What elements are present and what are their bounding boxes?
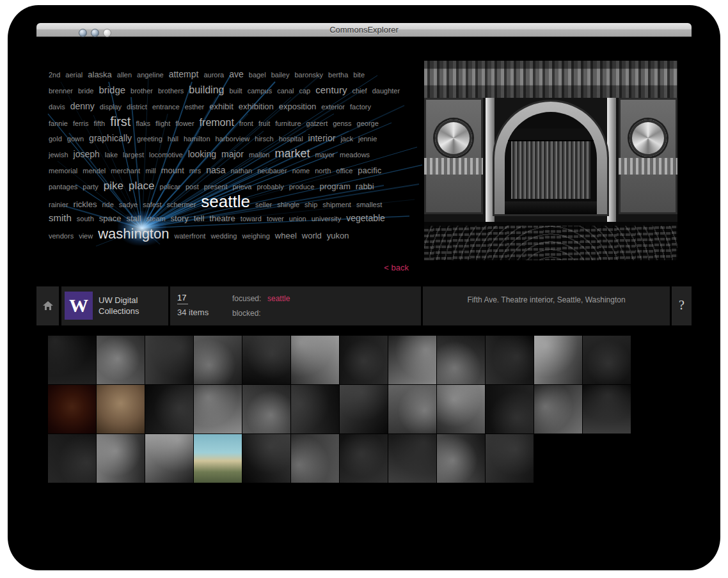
thumbnail-smith-tower-postcard[interactable] bbox=[194, 434, 242, 483]
cloud-word-smith[interactable]: smith bbox=[49, 210, 72, 226]
cloud-word-tell[interactable]: tell bbox=[194, 210, 205, 226]
cloud-word-locomotive[interactable]: locomotive bbox=[149, 147, 183, 163]
cloud-word-world[interactable]: world bbox=[302, 228, 322, 244]
cloud-word-hospital[interactable]: hospital bbox=[279, 131, 303, 147]
cloud-word-seattle[interactable]: seattle bbox=[201, 194, 250, 210]
cloud-word-wheel[interactable]: wheel bbox=[275, 228, 297, 244]
thumbnail-theatre-hall[interactable] bbox=[97, 434, 145, 483]
cloud-word-meadows[interactable]: meadows bbox=[340, 147, 370, 163]
cloud-word-hamilton[interactable]: hamilton bbox=[184, 131, 210, 147]
cloud-word-mill[interactable]: mill bbox=[145, 163, 156, 179]
cloud-word-nome[interactable]: nome bbox=[292, 163, 310, 179]
cloud-word-brother[interactable]: brother bbox=[131, 83, 153, 99]
cloud-word-major[interactable]: major bbox=[221, 146, 244, 162]
cloud-word-jennie[interactable]: jennie bbox=[358, 131, 377, 147]
cloud-word-brenner[interactable]: brenner bbox=[49, 83, 73, 99]
thumbnail-flower-girls[interactable] bbox=[437, 385, 485, 434]
cloud-word-baronsky[interactable]: baronsky bbox=[294, 67, 323, 83]
cloud-word-2nd[interactable]: 2nd bbox=[49, 67, 60, 83]
cloud-word-north[interactable]: north bbox=[315, 163, 331, 179]
cloud-word-jewish[interactable]: jewish bbox=[49, 147, 68, 163]
cloud-word-harborview[interactable]: harborview bbox=[216, 131, 250, 147]
cloud-word-waterfront[interactable]: waterfront bbox=[174, 228, 205, 244]
cloud-word-bertha[interactable]: bertha bbox=[328, 67, 348, 83]
thumbnail-shop-woman[interactable] bbox=[437, 434, 485, 483]
cloud-word-fremont[interactable]: fremont bbox=[200, 114, 234, 130]
thumbnail-top-hat-man[interactable] bbox=[145, 385, 193, 434]
cloud-word-market[interactable]: market bbox=[274, 146, 310, 162]
cloud-word-largest[interactable]: largest bbox=[123, 147, 144, 163]
thumbnail-wood-house[interactable] bbox=[388, 336, 436, 384]
cloud-word-vendors[interactable]: vendors bbox=[49, 228, 74, 244]
cloud-word-denny[interactable]: denny bbox=[70, 98, 95, 114]
thumbnail-pavilion-crowd[interactable] bbox=[194, 336, 242, 384]
cloud-word-greeting[interactable]: greeting bbox=[137, 131, 162, 147]
cloud-word-stall[interactable]: stall bbox=[126, 210, 141, 226]
cloud-word-policar[interactable]: policar bbox=[160, 179, 180, 195]
cloud-word-factory[interactable]: factory bbox=[350, 99, 371, 115]
cloud-word-exhibition[interactable]: exhibition bbox=[239, 98, 274, 114]
cloud-word-interior[interactable]: interior bbox=[308, 130, 336, 146]
cloud-word-century[interactable]: century bbox=[315, 82, 347, 98]
thumbnail-street-corner[interactable] bbox=[145, 434, 193, 483]
cloud-word-washington[interactable]: washington bbox=[98, 226, 169, 242]
cloud-word-district[interactable]: district bbox=[127, 99, 147, 115]
thumbnail-dresser-parlor[interactable] bbox=[48, 336, 96, 384]
back-link[interactable]: < back bbox=[355, 263, 409, 272]
cloud-word-nathan[interactable]: nathan bbox=[231, 163, 253, 179]
thumbnail-townsite-sign[interactable] bbox=[291, 336, 339, 384]
cloud-word-bagel[interactable]: bagel bbox=[249, 67, 266, 83]
cloud-word-weighing[interactable]: weighing bbox=[242, 228, 269, 244]
cloud-word-jack[interactable]: jack bbox=[340, 131, 353, 147]
cloud-word-brothers[interactable]: brothers bbox=[158, 83, 184, 99]
thumbnail-woman-shawl[interactable] bbox=[97, 385, 145, 434]
cloud-word-built[interactable]: built bbox=[229, 83, 242, 99]
cloud-word-south[interactable]: south bbox=[77, 211, 94, 227]
cloud-word-entrance[interactable]: entrance bbox=[152, 99, 180, 115]
thumbnail-bearded-man-portrait[interactable] bbox=[437, 336, 485, 384]
cloud-word-exposition[interactable]: exposition bbox=[279, 98, 317, 114]
thumbnail-market-hall[interactable] bbox=[291, 434, 339, 483]
cloud-word-gold[interactable]: gold bbox=[49, 131, 62, 147]
cloud-word-aurora[interactable]: aurora bbox=[203, 67, 224, 83]
cloud-word-aerial[interactable]: aerial bbox=[65, 67, 83, 83]
thumbnail-dock-scene[interactable] bbox=[48, 434, 96, 483]
thumbnail-mansion[interactable] bbox=[97, 336, 145, 384]
cloud-word-campus[interactable]: campus bbox=[248, 83, 273, 99]
thumbnail-parlor-group[interactable] bbox=[583, 336, 631, 384]
thumbnail-woman-blouse-portrait[interactable] bbox=[340, 385, 388, 434]
cloud-word-ave[interactable]: ave bbox=[229, 66, 244, 82]
cloud-word-canal[interactable]: canal bbox=[277, 83, 294, 99]
cloud-word-lake[interactable]: lake bbox=[105, 147, 118, 163]
cloud-word-pantages[interactable]: pantages bbox=[49, 179, 77, 195]
cloud-word-exhibit[interactable]: exhibit bbox=[209, 98, 233, 114]
cloud-word-esther[interactable]: esther bbox=[185, 99, 205, 115]
cloud-word-alaska[interactable]: alaska bbox=[88, 66, 112, 82]
thumbnail-store-aisle[interactable] bbox=[486, 434, 534, 483]
cloud-word-graphically[interactable]: graphically bbox=[89, 130, 132, 146]
cloud-word-produce[interactable]: produce bbox=[289, 179, 315, 195]
thumbnail-couple-with-hats[interactable] bbox=[388, 385, 436, 434]
thumbnail-market-crowd[interactable] bbox=[340, 434, 388, 483]
cloud-word-hall[interactable]: hall bbox=[168, 131, 178, 147]
cloud-word-exterior[interactable]: exterior bbox=[321, 99, 345, 115]
thumbnail-locomotive[interactable] bbox=[534, 336, 582, 384]
cloud-word-attempt[interactable]: attempt bbox=[169, 66, 199, 82]
cloud-word-mendel[interactable]: mendel bbox=[83, 163, 106, 179]
cloud-word-hirsch[interactable]: hirsch bbox=[255, 131, 273, 147]
thumbnail-standing-men[interactable] bbox=[486, 385, 534, 434]
cloud-word-davis[interactable]: davis bbox=[49, 99, 65, 115]
thumbnail-spotlight-crowd[interactable] bbox=[145, 336, 193, 384]
cloud-word-union[interactable]: union bbox=[289, 211, 306, 227]
home-button[interactable] bbox=[36, 286, 59, 325]
cloud-word-tower[interactable]: tower bbox=[267, 211, 284, 227]
cloud-word-gown[interactable]: gown bbox=[67, 131, 84, 147]
thumbnail-white-building[interactable] bbox=[534, 385, 582, 434]
cloud-word-yukon[interactable]: yukon bbox=[327, 228, 349, 244]
cloud-word-party[interactable]: party bbox=[83, 179, 98, 195]
cloud-word-display[interactable]: display bbox=[100, 99, 122, 115]
cloud-word-university[interactable]: university bbox=[312, 211, 341, 227]
cloud-word-vegetable[interactable]: vegetable bbox=[346, 210, 385, 226]
cloud-word-story[interactable]: story bbox=[171, 210, 189, 226]
cloud-word-neubauer[interactable]: neubauer bbox=[257, 163, 287, 179]
